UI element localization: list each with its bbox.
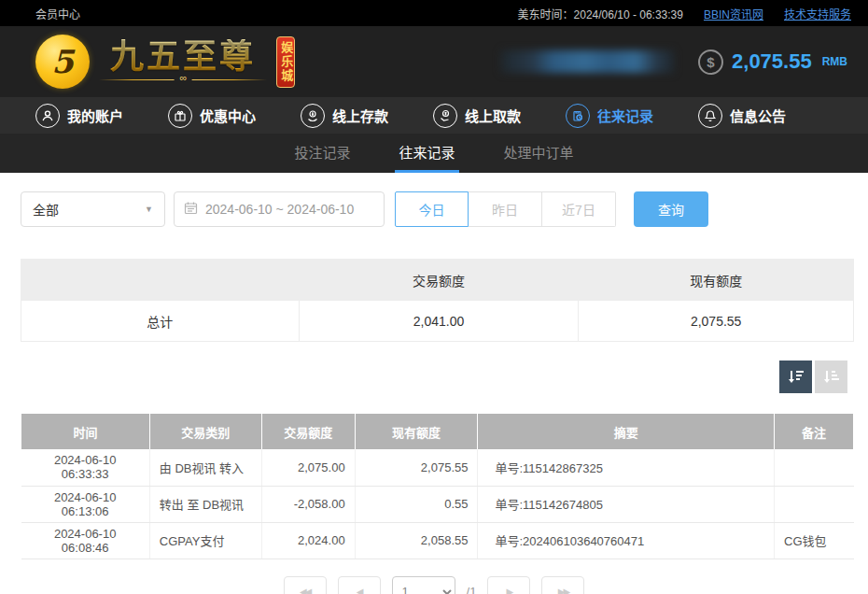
cell-note xyxy=(775,449,854,486)
header-note: 备注 xyxy=(775,414,854,449)
page-select[interactable]: 1 xyxy=(392,576,455,594)
records-header-row: 时间 交易类别 交易额度 现有额度 摘要 备注 xyxy=(21,414,854,449)
nav-item-deposit[interactable]: 线上存款 xyxy=(301,104,388,128)
table-row: 2024-06-10 06:33:33 由 DB视讯 转入 2,075.00 2… xyxy=(21,449,854,486)
cell-type: 转出 至 DB视讯 xyxy=(149,486,261,522)
calendar-icon xyxy=(184,201,198,218)
summary-header-transaction: 交易额度 xyxy=(299,260,579,301)
cell-memo: 单号:115142674805 xyxy=(478,486,775,522)
cell-amount: -2,058.00 xyxy=(261,486,355,522)
logo-badge: 娱乐城 xyxy=(276,36,295,88)
sort-ascending-button[interactable] xyxy=(815,361,847,393)
cell-type: CGPAY支付 xyxy=(149,522,261,559)
records-table: 时间 交易类别 交易额度 现有额度 摘要 备注 2024-06-10 06:33… xyxy=(21,414,854,559)
cell-balance: 2,075.55 xyxy=(355,449,478,486)
summary-total-label: 总计 xyxy=(21,301,300,342)
cell-note: CG钱包 xyxy=(775,522,854,559)
nav-label: 信息公告 xyxy=(730,106,786,125)
tech-support-link[interactable]: 技术支持服务 xyxy=(784,6,851,21)
quick-date-group: 今日 昨日 近7日 xyxy=(395,191,616,227)
header-balance: 现有额度 xyxy=(355,414,478,449)
header-memo: 摘要 xyxy=(478,414,775,449)
gift-icon xyxy=(168,104,192,128)
last-page-button[interactable]: ▶▶ xyxy=(541,576,584,594)
nav-label: 往来记录 xyxy=(597,106,653,125)
tab-bet-records[interactable]: 投注记录 xyxy=(290,134,354,173)
cell-amount: 2,075.00 xyxy=(261,449,355,486)
cell-memo: 单号:202406103640760471 xyxy=(478,522,775,559)
chevron-down-icon: ▼ xyxy=(145,205,153,214)
first-page-button[interactable]: ◀◀ xyxy=(284,576,327,594)
nav-label: 线上取款 xyxy=(465,106,521,125)
pagination: ◀◀ ◀ 1 /1 ▶ ▶▶ xyxy=(0,576,868,594)
table-row: 2024-06-10 06:13:06 转出 至 DB视讯 -2,058.00 … xyxy=(21,486,854,522)
eastern-time-label: 美东时间：2024/06/10 - 06:33:39 xyxy=(518,6,683,21)
sort-descending-button[interactable] xyxy=(779,361,812,393)
today-button[interactable]: 今日 xyxy=(395,191,469,227)
cell-type: 由 DB视讯 转入 xyxy=(149,449,261,486)
deposit-icon xyxy=(301,104,325,128)
cell-time: 2024-06-10 06:13:06 xyxy=(21,486,150,522)
topbar: 会员中心 美东时间：2024/06/10 - 06:33:39 BBIN资讯网 … xyxy=(0,0,868,26)
yesterday-button[interactable]: 昨日 xyxy=(469,191,542,227)
sort-descending-icon xyxy=(787,368,805,387)
subnav: 投注记录 往来记录 处理中订单 xyxy=(0,134,868,173)
balance-currency: RMB xyxy=(822,55,847,68)
last7days-button[interactable]: 近7日 xyxy=(542,191,616,227)
cell-note xyxy=(775,486,854,522)
records-icon xyxy=(566,104,590,128)
balance-amount: 2,075.55 xyxy=(732,50,812,74)
header-type: 交易类别 xyxy=(149,414,261,449)
nav-item-announcements[interactable]: 信息公告 xyxy=(698,104,786,128)
table-row: 2024-06-10 06:08:46 CGPAY支付 2,024.00 2,0… xyxy=(21,522,854,559)
page-total-label: /1 xyxy=(467,585,477,594)
content-area: 全部 ▼ 2024-06-10 ~ 2024-06-10 今日 昨日 近7日 查… xyxy=(0,173,868,594)
nav-item-withdraw[interactable]: 线上取款 xyxy=(433,104,521,128)
summary-total-row: 总计 2,041.00 2,075.55 xyxy=(21,301,854,342)
search-button[interactable]: 查询 xyxy=(634,191,708,227)
date-range-input[interactable]: 2024-06-10 ~ 2024-06-10 xyxy=(174,191,385,227)
bbin-news-link[interactable]: BBIN资讯网 xyxy=(704,6,763,21)
cell-time: 2024-06-10 06:33:33 xyxy=(21,449,150,486)
summary-transaction-total: 2,041.00 xyxy=(299,301,579,342)
nav-item-transaction-records[interactable]: 往来记录 xyxy=(566,104,653,128)
nav-item-my-account[interactable]: 我的账户 xyxy=(35,104,123,128)
logo-flourish-icon: ∞ xyxy=(99,76,267,85)
next-page-button[interactable]: ▶ xyxy=(487,576,530,594)
summary-header-empty xyxy=(21,260,300,301)
summary-header-balance: 现有额度 xyxy=(579,260,854,301)
summary-balance-total: 2,075.55 xyxy=(579,301,854,342)
member-center-label: 会员中心 xyxy=(35,6,80,21)
date-range-value: 2024-06-10 ~ 2024-06-10 xyxy=(205,202,354,217)
sort-ascending-icon xyxy=(822,368,841,387)
cell-balance: 0.55 xyxy=(355,486,478,522)
cell-memo: 单号:115142867325 xyxy=(478,449,775,486)
logo-monogram-icon: 5 xyxy=(35,35,90,89)
header-amount: 交易额度 xyxy=(261,414,355,449)
summary-header-row: 交易额度 现有额度 xyxy=(21,260,854,301)
nav-label: 我的账户 xyxy=(67,106,123,125)
header-time: 时间 xyxy=(21,414,150,449)
cell-time: 2024-06-10 06:08:46 xyxy=(21,522,150,559)
tab-pending-orders[interactable]: 处理中订单 xyxy=(500,134,578,173)
withdraw-icon xyxy=(433,104,457,128)
cell-amount: 2,024.00 xyxy=(261,522,355,559)
logo-title: 九五至尊 xyxy=(110,39,256,73)
site-logo[interactable]: 5 九五至尊 ∞ 娱乐城 xyxy=(35,35,295,89)
main-nav: 我的账户 优惠中心 线上存款 线上取款 xyxy=(0,97,868,134)
filter-bar: 全部 ▼ 2024-06-10 ~ 2024-06-10 今日 昨日 近7日 查… xyxy=(21,191,868,227)
cell-balance: 2,058.55 xyxy=(355,522,478,559)
summary-table: 交易额度 现有额度 总计 2,041.00 2,075.55 xyxy=(21,259,854,342)
user-icon xyxy=(35,104,60,128)
nav-label: 优惠中心 xyxy=(200,106,256,125)
bell-icon xyxy=(698,104,722,128)
category-selected-value: 全部 xyxy=(33,200,59,219)
sort-controls xyxy=(0,361,847,393)
dollar-icon: $ xyxy=(698,50,723,75)
balance-display: $ 2,075.55 RMB xyxy=(698,50,847,75)
nav-item-promotions[interactable]: 优惠中心 xyxy=(168,104,256,128)
prev-page-button[interactable]: ◀ xyxy=(338,576,381,594)
category-select[interactable]: 全部 ▼ xyxy=(21,191,165,227)
header: 5 九五至尊 ∞ 娱乐城 $ 2,075.55 RMB xyxy=(0,26,868,97)
tab-transaction-records[interactable]: 往来记录 xyxy=(395,134,458,173)
